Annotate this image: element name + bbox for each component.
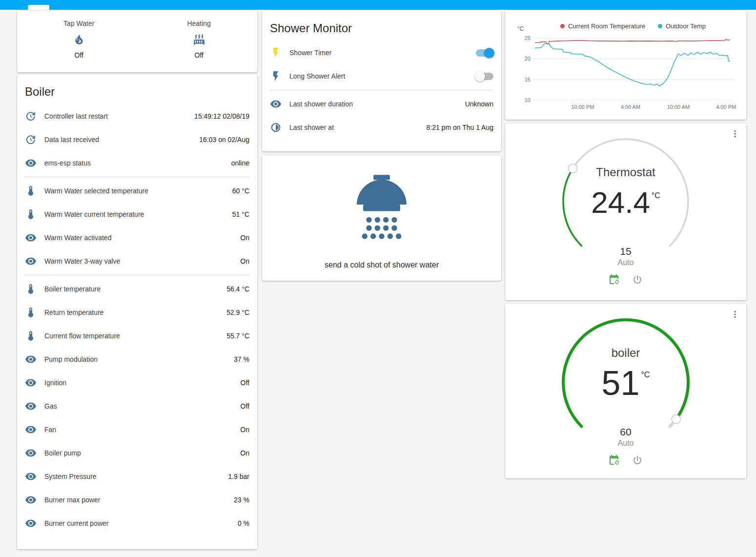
eye-icon — [25, 494, 37, 506]
entity-value: Off — [241, 379, 249, 387]
entity-value: 55.7 °C — [226, 332, 249, 340]
power-icon[interactable] — [632, 274, 643, 286]
entity-rows: Controller last restart15:49:12 02/08/19… — [17, 103, 257, 535]
entity-value: 23 % — [234, 496, 249, 504]
entity-row[interactable]: Pump modulation37 % — [25, 348, 249, 371]
dial-actions — [505, 454, 746, 466]
entity-row[interactable]: Burner current power0 % — [25, 512, 249, 535]
entity-row[interactable]: Warm Water activatedOn — [25, 226, 249, 249]
dots-vertical-icon — [730, 128, 740, 139]
entity-row[interactable]: Boiler temperature56.4 °C — [25, 277, 249, 301]
eye-icon — [25, 157, 37, 169]
eye-icon — [25, 353, 37, 365]
divider — [270, 90, 493, 90]
entity-name: Current flow temperature — [44, 332, 226, 340]
glance-item-heating[interactable]: HeatingOff — [187, 20, 211, 59]
divider — [25, 275, 249, 275]
svg-text:15: 15 — [525, 77, 531, 83]
hvac-mode: Auto — [505, 439, 746, 448]
entity-name: Data last received — [44, 136, 199, 144]
temperature-unit: °C — [641, 371, 650, 379]
dial-actions — [505, 274, 746, 286]
entity-name: Warm Water 3-way valve — [44, 257, 240, 265]
thermometer-icon — [25, 208, 37, 220]
glance-label: Tap Water — [63, 20, 94, 27]
entity-row[interactable]: Last shower at8:21 pm on Thu 1 Aug — [270, 116, 493, 139]
update-icon — [25, 134, 37, 145]
entity-value: 16:03 on 02/Aug — [199, 136, 249, 144]
svg-text:10:00 PM: 10:00 PM — [571, 104, 594, 110]
boiler-entities-card: Boiler Controller last restart15:49:12 0… — [17, 74, 257, 549]
entity-value: Off — [241, 402, 249, 410]
calendar-sync-icon[interactable] — [608, 274, 620, 286]
entity-row[interactable]: ems-esp statusonline — [25, 151, 249, 175]
entity-row[interactable]: Boiler pumpOn — [25, 441, 249, 465]
glance-item-tap-water[interactable]: Tap WaterOff — [63, 20, 94, 59]
entity-value: On — [240, 449, 249, 457]
entity-row[interactable]: Return temperature52.9 °C — [25, 301, 249, 324]
eye-icon — [25, 471, 37, 482]
hvac-mode: Auto — [505, 258, 746, 267]
entity-name: Last shower at — [289, 124, 426, 131]
entity-name: ems-esp status — [44, 159, 231, 167]
entity-row[interactable]: GasOff — [25, 394, 249, 418]
entity-value: 51 °C — [232, 210, 249, 218]
entity-row[interactable]: Current flow temperature55.7 °C — [25, 324, 249, 348]
eye-icon — [25, 424, 37, 435]
shower-head-icon — [350, 174, 413, 243]
toggle-thumb — [484, 48, 494, 58]
entity-row[interactable]: IgnitionOff — [25, 371, 249, 394]
legend-dot — [560, 24, 565, 28]
svg-text:10: 10 — [525, 97, 531, 103]
dial-title: Thermostat — [505, 165, 746, 179]
entity-row[interactable]: Data last received16:03 on 02/Aug — [25, 128, 249, 151]
entity-name: Boiler temperature — [44, 285, 226, 293]
shower-action-card[interactable]: send a cold shot of shower water — [262, 155, 501, 281]
toggle-switch[interactable] — [476, 73, 493, 80]
slider-handle — [672, 415, 680, 424]
entity-name: Ignition — [44, 379, 241, 387]
entity-name: Warm Water activated — [44, 234, 240, 242]
entity-value: online — [231, 159, 249, 167]
flash-icon — [270, 70, 282, 82]
entity-name: Warm Water selected temperature — [44, 187, 232, 195]
entity-row[interactable]: Warm Water selected temperature60 °C — [25, 179, 249, 203]
entity-row: Shower Timer — [270, 41, 493, 64]
svg-text:25: 25 — [525, 35, 531, 41]
thermometer-icon — [25, 307, 37, 318]
entity-name: Burner current power — [44, 519, 238, 527]
shower-head-icon-wrap — [262, 174, 501, 243]
entity-value: 0 % — [238, 519, 249, 527]
glance-state: Off — [75, 51, 83, 59]
fire-icon — [73, 33, 85, 46]
entity-row[interactable]: Last shower durationUnknown — [270, 92, 493, 116]
thermometer-icon — [25, 283, 37, 295]
glance-state: Off — [195, 51, 204, 59]
svg-text:4:00 AM: 4:00 AM — [621, 104, 640, 110]
shower-caption: send a cold shot of shower water — [262, 261, 501, 269]
thermometer-icon — [25, 330, 37, 342]
toggle-switch[interactable] — [476, 49, 493, 57]
entity-row[interactable]: Controller last restart15:49:12 02/08/19 — [25, 104, 249, 128]
entity-row[interactable]: System Pressure1.9 bar — [25, 465, 249, 488]
entity-row[interactable]: Warm Water current temperature51 °C — [25, 203, 249, 226]
app-header — [0, 0, 756, 10]
history-chart: 2520151010:00 PM4:00 AM10:00 AM4:00 PM — [513, 34, 738, 112]
entity-row[interactable]: Burner max power23 % — [25, 488, 249, 512]
header-tab[interactable] — [28, 5, 49, 10]
more-options-icon[interactable] — [730, 309, 740, 320]
target-temperature: 15 — [505, 246, 746, 257]
dots-vertical-icon — [730, 309, 740, 320]
calendar-sync-icon — [608, 274, 620, 286]
entity-row[interactable]: FanOn — [25, 418, 249, 441]
entity-value: 52.9 °C — [226, 309, 249, 316]
more-options-icon[interactable] — [730, 128, 740, 139]
power-icon — [632, 274, 643, 286]
entity-row[interactable]: Warm Water 3-way valveOn — [25, 249, 249, 273]
calendar-sync-icon[interactable] — [608, 454, 620, 466]
entity-name: Last shower duration — [289, 100, 465, 108]
power-icon[interactable] — [632, 454, 643, 466]
entity-rows: Shower TimerLong Shower AlertLast shower… — [262, 40, 501, 139]
shower-monitor-card: Shower Monitor Shower TimerLong Shower A… — [262, 11, 501, 151]
entity-name: Warm Water current temperature — [44, 210, 232, 218]
